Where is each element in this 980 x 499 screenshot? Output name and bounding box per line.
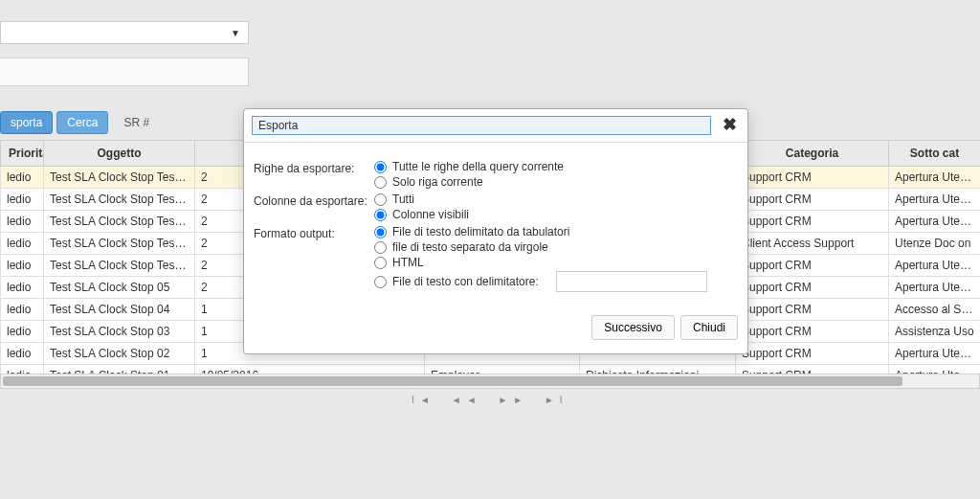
cell-priorita: ledio — [1, 299, 44, 321]
secondary-panel — [0, 57, 249, 86]
cell-priorita: ledio — [1, 233, 44, 255]
page-last-icon[interactable]: ►I — [541, 393, 572, 407]
col-header-oggetto[interactable]: Oggetto — [44, 141, 195, 167]
cell-oggetto: Test SLA Clock Stop Test F... — [44, 233, 195, 255]
cell-sottocat: Apertura Utenza — [889, 211, 981, 233]
rows-all-radio[interactable] — [374, 161, 387, 173]
export-dialog: ✖ Righe da esportare: Tutte le righe del… — [243, 108, 748, 354]
cols-to-export-label: Colonne da esportare: — [254, 193, 374, 208]
chevron-down-icon: ▼ — [231, 28, 240, 38]
pagination-controls: I◄ ◄◄ ►► ►I — [0, 395, 980, 405]
cell-priorita: ledio — [1, 167, 44, 189]
page-prev-icon[interactable]: ◄◄ — [448, 393, 486, 407]
rows-to-export-label: Righe da esportare: — [254, 160, 374, 175]
rows-current-option[interactable]: Solo riga corrente — [374, 175, 738, 189]
cell-priorita: ledio — [1, 277, 44, 299]
cerca-button[interactable]: Cerca — [56, 111, 108, 134]
cell-categoria: Client Access Support — [736, 233, 889, 255]
page-next-icon[interactable]: ►► — [494, 393, 532, 407]
output-format-label: Formato output: — [254, 225, 374, 240]
cols-visible-radio[interactable] — [374, 209, 387, 221]
cell-sottocat: Apertura Utenza — [889, 343, 981, 365]
cell-priorita: ledio — [1, 189, 44, 211]
fmt-delim-option[interactable]: File di testo con delimitatore: — [374, 271, 738, 292]
rows-all-option[interactable]: Tutte le righe della query corrente — [374, 160, 738, 173]
dialog-title-input[interactable] — [252, 116, 711, 135]
cell-sottocat: Apertura Utenza — [889, 277, 981, 299]
cell-oggetto: Test SLA Clock Stop Test F... — [44, 189, 195, 211]
toolbar: sporta Cerca SR # — [0, 111, 149, 134]
cell-categoria: Support CRM — [736, 277, 889, 299]
cols-visible-label: Colonne visibili — [392, 208, 469, 221]
esporta-button[interactable]: sporta — [0, 111, 53, 134]
cell-categoria: Support CRM — [736, 189, 889, 211]
fmt-html-option[interactable]: HTML — [374, 256, 738, 269]
cell-sottocat: Assistenza Uso — [889, 321, 981, 343]
cell-sottocat: Apertura Utenza — [889, 189, 981, 211]
cell-oggetto: Test SLA Clock Stop 03 — [44, 321, 195, 343]
col-header-sottocat[interactable]: Sotto cat — [889, 141, 981, 167]
cell-sottocat: Utenze Doc on — [889, 233, 981, 255]
cell-sottocat: Accesso al Serv — [889, 299, 981, 321]
cell-priorita: ledio — [1, 211, 44, 233]
cell-oggetto: Test SLA Clock Stop 05 — [44, 277, 195, 299]
close-button[interactable]: Chiudi — [680, 315, 738, 340]
cell-priorita: ledio — [1, 321, 44, 343]
col-header-categoria[interactable]: Categoria — [736, 141, 889, 167]
scrollbar-thumb[interactable] — [3, 376, 902, 386]
fmt-tab-option[interactable]: File di testo delimitato da tabulatori — [374, 225, 738, 238]
horizontal-scrollbar[interactable] — [0, 374, 980, 389]
dialog-footer: Successivo Chiudi — [244, 309, 747, 353]
cell-categoria: Support CRM — [736, 343, 889, 365]
dialog-body: Righe da esportare: Tutte le righe della… — [244, 143, 747, 309]
cell-oggetto: Test SLA Clock Stop 04 — [44, 299, 195, 321]
fmt-csv-label: file di testo separato da virgole — [392, 240, 548, 254]
fmt-html-radio[interactable] — [374, 257, 387, 269]
rows-all-label: Tutte le righe della query corrente — [392, 160, 564, 173]
cell-oggetto: Test SLA Clock Stop Test F... — [44, 211, 195, 233]
cell-priorita: ledio — [1, 255, 44, 277]
delimiter-input[interactable] — [556, 271, 707, 292]
fmt-html-label: HTML — [392, 256, 424, 269]
fmt-tab-label: File di testo delimitato da tabulatori — [392, 225, 569, 238]
rows-current-label: Solo riga corrente — [392, 175, 483, 189]
dialog-header: ✖ — [244, 109, 747, 143]
fmt-delim-radio[interactable] — [374, 276, 387, 288]
cell-oggetto: Test SLA Clock Stop 02 — [44, 343, 195, 365]
cols-visible-option[interactable]: Colonne visibili — [374, 208, 738, 221]
next-button[interactable]: Successivo — [591, 315, 675, 340]
cell-categoria: Support CRM — [736, 167, 889, 189]
cell-oggetto: Test SLA Clock Stop Test F... — [44, 167, 195, 189]
cell-categoria: Support CRM — [736, 211, 889, 233]
rows-current-radio[interactable] — [374, 176, 387, 189]
cell-categoria: Support CRM — [736, 299, 889, 321]
cell-oggetto: Test SLA Clock Stop Test F... — [44, 255, 195, 277]
sr-label: SR # — [123, 116, 149, 129]
cols-all-label: Tutti — [392, 193, 414, 206]
cell-sottocat: Apertura Utenza — [889, 255, 981, 277]
fmt-csv-radio[interactable] — [374, 241, 387, 254]
col-header-priorita[interactable]: Priorità — [1, 141, 44, 167]
fmt-tab-radio[interactable] — [374, 226, 387, 238]
cols-all-option[interactable]: Tutti — [374, 193, 738, 206]
page-first-icon[interactable]: I◄ — [408, 393, 439, 407]
cols-all-radio[interactable] — [374, 193, 387, 206]
top-dropdown[interactable]: ▼ — [0, 21, 249, 44]
cell-categoria: Support CRM — [736, 321, 889, 343]
fmt-delim-label: File di testo con delimitatore: — [392, 275, 539, 288]
cell-sottocat: Apertura Utenza — [889, 167, 981, 189]
fmt-csv-option[interactable]: file di testo separato da virgole — [374, 240, 738, 254]
cell-priorita: ledio — [1, 343, 44, 365]
cell-categoria: Support CRM — [736, 255, 889, 277]
close-icon[interactable]: ✖ — [719, 115, 740, 136]
